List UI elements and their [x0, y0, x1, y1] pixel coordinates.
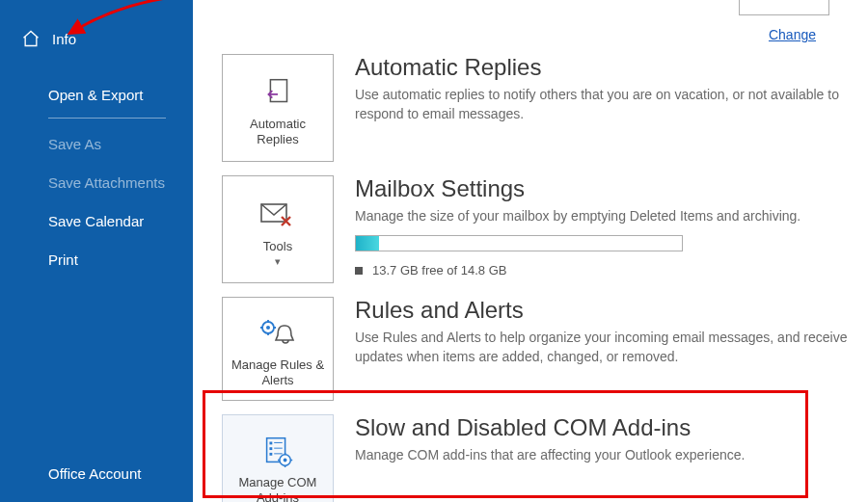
- svg-point-3: [266, 326, 270, 330]
- section-title-automatic-replies: Automatic Replies: [355, 54, 868, 81]
- svg-point-9: [284, 459, 287, 462]
- chevron-down-icon: ▾: [275, 255, 281, 268]
- sidebar-item-save-calendar[interactable]: Save Calendar: [0, 201, 193, 240]
- sidebar-item-info[interactable]: Info: [0, 19, 193, 58]
- svg-rect-0: [270, 80, 286, 102]
- sidebar-separator: [48, 118, 166, 119]
- tile-label: Tools: [263, 239, 292, 254]
- mailbox-usage-value: 13.7 GB free of 14.8 GB: [372, 263, 506, 277]
- section-title-mailbox: Mailbox Settings: [355, 175, 868, 202]
- section-desc: Manage the size of your mailbox by empty…: [355, 206, 856, 225]
- backstage-sidebar: Info Open & Export Save As Save Attachme…: [0, 0, 193, 502]
- sidebar-item-label: Info: [52, 31, 76, 47]
- manage-rules-tile[interactable]: Manage Rules & Alerts: [222, 297, 334, 401]
- content-pane: Change Automatic Replies Automatic Repli…: [193, 0, 868, 502]
- svg-rect-6: [269, 448, 272, 451]
- automatic-replies-tile[interactable]: Automatic Replies: [222, 54, 334, 162]
- sidebar-item-label: Save Calendar: [48, 213, 144, 229]
- section-desc: Use automatic replies to notify others t…: [355, 85, 856, 124]
- section-title-rules: Rules and Alerts: [355, 297, 868, 324]
- tile-label: Automatic Replies: [250, 117, 306, 146]
- section-desc: Manage COM add-ins that are affecting yo…: [355, 445, 856, 464]
- section-desc: Use Rules and Alerts to help organize yo…: [355, 328, 856, 367]
- sidebar-item-label: Save As: [48, 136, 101, 152]
- tile-label: Manage Rules & Alerts: [227, 357, 329, 387]
- bullet-icon: [355, 267, 363, 275]
- mailbox-usage-bar: [355, 235, 683, 251]
- sidebar-item-save-as: Save As: [0, 124, 193, 163]
- change-link[interactable]: Change: [769, 27, 816, 42]
- com-addins-icon: [259, 433, 296, 469]
- sidebar-item-label: Office Account: [48, 465, 141, 482]
- sidebar-item-save-attachments: Save Attachments: [0, 163, 193, 201]
- rules-alerts-icon: [257, 316, 299, 351]
- mailbox-usage-text: 13.7 GB free of 14.8 GB: [355, 263, 868, 277]
- svg-rect-7: [269, 453, 272, 456]
- sidebar-item-open-export[interactable]: Open & Export: [0, 75, 193, 114]
- sidebar-item-label: Print: [48, 251, 78, 268]
- mailbox-usage-fill: [356, 236, 379, 251]
- tools-icon: [258, 198, 298, 231]
- automatic-replies-icon: [259, 74, 296, 111]
- svg-rect-5: [269, 442, 272, 445]
- account-picture-box: [739, 0, 829, 15]
- section-title-addins: Slow and Disabled COM Add-ins: [355, 414, 868, 441]
- sidebar-item-label: Open & Export: [48, 87, 143, 103]
- sidebar-item-office-account[interactable]: Office Account: [0, 454, 193, 492]
- manage-com-addins-tile[interactable]: Manage COM Add-ins: [222, 414, 334, 502]
- sidebar-item-label: Save Attachments: [48, 174, 165, 191]
- tile-label: Manage COM Add-ins: [227, 475, 329, 502]
- home-icon: [21, 29, 41, 48]
- tools-tile[interactable]: Tools ▾: [222, 175, 334, 283]
- sidebar-item-print[interactable]: Print: [0, 240, 193, 278]
